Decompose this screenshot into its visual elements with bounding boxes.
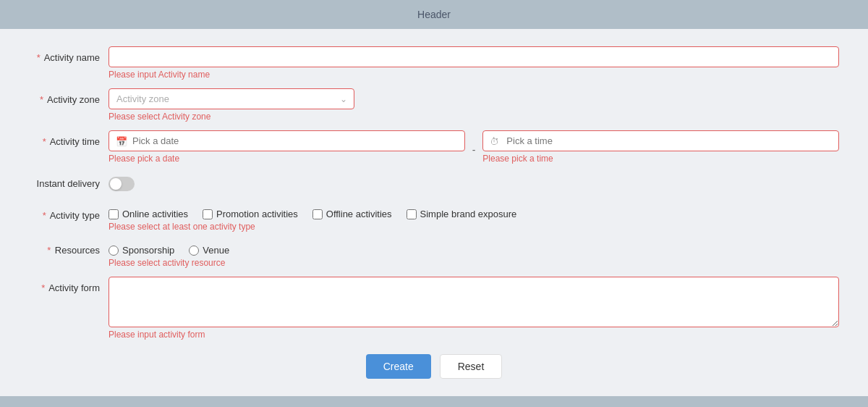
activity-type-options: Online activities Promotion activities O… (109, 204, 839, 219)
radio-venue-label: Venue (203, 245, 229, 256)
required-star-zone: * (40, 94, 43, 105)
activity-name-input[interactable] (109, 46, 839, 67)
activity-type-label: * Activity type (29, 204, 109, 221)
activity-zone-error: Please select Activity zone (109, 112, 839, 122)
activity-form-label: * Activity form (29, 277, 109, 293)
checkbox-offline[interactable]: Offline activities (312, 209, 392, 219)
footer-bar: Footer (0, 396, 868, 407)
checkbox-promotion-label: Promotion activities (216, 209, 298, 219)
activity-name-label: * Activity name (29, 46, 109, 63)
activity-type-field: Online activities Promotion activities O… (109, 204, 839, 232)
date-time-row: 📅 Please pick a date - ⏱ Please pick a t… (109, 130, 839, 164)
date-field-group: 📅 Please pick a date (109, 130, 465, 164)
checkbox-online[interactable]: Online activities (109, 209, 188, 219)
activity-time-field: 📅 Please pick a date - ⏱ Please pick a t… (109, 130, 839, 164)
toggle-knob (110, 178, 122, 190)
main-content: * Activity name Please input Activity na… (0, 29, 868, 396)
radio-sponsorship-input[interactable] (109, 246, 119, 256)
activity-type-error: Please select at least one activity type (109, 222, 839, 232)
activity-time-label: * Activity time (29, 130, 109, 147)
instant-delivery-toggle-wrapper (109, 172, 135, 191)
checkbox-online-label: Online activities (122, 209, 188, 219)
activity-form-field: Please input activity form (109, 277, 839, 340)
instant-delivery-toggle[interactable] (109, 177, 135, 191)
activity-zone-row: * Activity zone Activity zone Shanghai B… (29, 88, 839, 122)
checkbox-online-input[interactable] (109, 209, 119, 219)
checkbox-promotion[interactable]: Promotion activities (203, 209, 298, 219)
activity-name-error: Please input Activity name (109, 70, 839, 80)
checkbox-offline-label: Offline activities (326, 209, 392, 219)
date-time-separator: - (472, 139, 476, 156)
activity-type-row: * Activity type Online activities Promot… (29, 204, 839, 232)
activity-name-row: * Activity name Please input Activity na… (29, 46, 839, 80)
activity-time-row: * Activity time 📅 Please pick a date - ⏱ (29, 130, 839, 164)
header-bar: Header (0, 0, 868, 29)
date-error: Please pick a date (109, 154, 465, 164)
buttons-row: Create Reset (29, 354, 839, 379)
create-button[interactable]: Create (366, 354, 431, 379)
resources-label: * Resources (29, 240, 109, 256)
time-field-group: ⏱ Please pick a time (482, 130, 839, 164)
time-input[interactable] (482, 130, 839, 151)
activity-form-textarea[interactable] (109, 277, 839, 327)
required-star-form: * (41, 282, 45, 293)
activity-zone-select[interactable]: Activity zone Shanghai Beijing Guangzhou… (109, 88, 354, 109)
radio-sponsorship-label: Sponsorship (122, 245, 174, 256)
radio-venue-input[interactable] (189, 246, 199, 256)
resources-options: Sponsorship Venue (109, 240, 839, 256)
activity-name-field: Please input Activity name (109, 46, 839, 80)
checkbox-brand-label: Simple brand exposure (420, 209, 517, 219)
activity-zone-select-wrapper: Activity zone Shanghai Beijing Guangzhou… (109, 88, 354, 109)
required-star-time: * (43, 136, 46, 147)
checkbox-brand-input[interactable] (407, 209, 417, 219)
required-star-resources: * (47, 245, 51, 256)
time-input-wrapper: ⏱ (482, 130, 839, 151)
checkbox-promotion-input[interactable] (203, 209, 213, 219)
required-star-type: * (43, 210, 46, 221)
resources-row: * Resources Sponsorship Venue Please sel… (29, 240, 839, 268)
resources-field: Sponsorship Venue Please select activity… (109, 240, 839, 268)
radio-venue[interactable]: Venue (189, 245, 229, 256)
checkbox-brand[interactable]: Simple brand exposure (407, 209, 517, 219)
checkbox-offline-input[interactable] (312, 209, 323, 219)
header-title: Header (417, 9, 451, 20)
instant-delivery-row: Instant delivery (29, 172, 839, 196)
activity-zone-label: * Activity zone (29, 88, 109, 105)
date-input[interactable] (109, 130, 465, 151)
instant-delivery-label: Instant delivery (29, 172, 109, 189)
activity-form-row: * Activity form Please input activity fo… (29, 277, 839, 340)
reset-button[interactable]: Reset (440, 354, 503, 379)
resources-error: Please select activity resource (109, 258, 839, 268)
radio-sponsorship[interactable]: Sponsorship (109, 245, 174, 256)
time-error: Please pick a time (482, 154, 839, 164)
required-star: * (37, 52, 41, 63)
date-input-wrapper: 📅 (109, 130, 465, 151)
activity-zone-field: Activity zone Shanghai Beijing Guangzhou… (109, 88, 839, 122)
activity-form-error: Please input activity form (109, 330, 839, 340)
